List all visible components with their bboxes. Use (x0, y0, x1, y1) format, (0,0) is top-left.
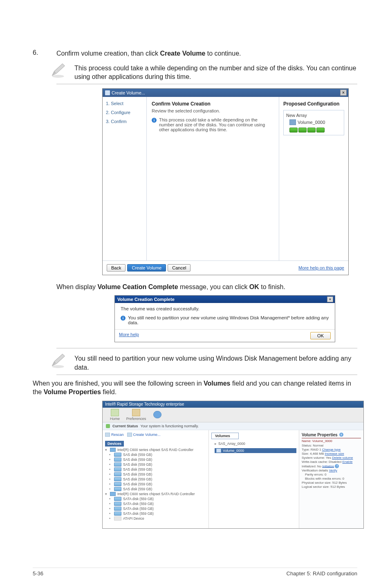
proposed-config-panel: Proposed Configuration New Array Volume_… (279, 97, 348, 260)
dialog-titlebar[interactable]: Create Volume... × (103, 89, 348, 97)
bt1-b2: OK (249, 283, 259, 290)
body-text-1: When display Volume Ceation Complete mes… (56, 283, 357, 292)
tree-controller2[interactable]: ▾Intel(R) C600 series chipset SATA RAID … (105, 491, 206, 496)
cancel-button[interactable]: Cancel (168, 264, 191, 272)
disk-icon (114, 487, 121, 491)
disk-label: SAS disk (559 GB) (123, 487, 152, 491)
dialog2-title-text: Volume Creation Complete (117, 297, 327, 302)
tree-sas-disk[interactable]: •SAS disk (559 GB) (109, 477, 206, 482)
tree-sas-disk[interactable]: •SAS disk (559 GB) (109, 457, 206, 462)
initialize-link[interactable]: Initialize (322, 464, 334, 468)
device-tree: ▾Intel(R) C600 series chipset SAS RAID C… (105, 447, 206, 521)
disk-icon (114, 507, 121, 511)
controller2-label: Intel(R) C600 series chipset SATA RAID C… (117, 492, 195, 496)
irst-window-wrap: Intel® Rapid Storage Technology enterpri… (102, 401, 364, 529)
volume-array-item[interactable]: ▸SAS_Array_0000 (215, 442, 296, 446)
more-help-link[interactable]: More help on this page (298, 265, 344, 270)
prop-init: Initialized: No Initialize ? (302, 464, 361, 468)
note-row-2: You still need to partition your new vol… (49, 352, 357, 372)
volume-item-selected[interactable]: Volume_0000 (215, 448, 296, 453)
confirm-subtext: Review the selected configuration. (152, 108, 274, 113)
confirm-heading: Confirm Volume Creation (152, 101, 274, 107)
volume-complete-dialog: Volume Creation Complete × The volume wa… (114, 295, 335, 342)
irst-left-actions: Rescan Create Volume... (105, 433, 206, 437)
tree-sata-disk[interactable]: •SATA disk (559 GB) (109, 496, 206, 501)
disk-label: SAS disk (559 GB) (123, 467, 152, 471)
help-icon[interactable]: ? (339, 433, 343, 437)
bt2-p1: When you are finished, you will see the … (33, 380, 204, 387)
ok-button[interactable]: OK (310, 332, 331, 339)
wizard-sidebar: 1. Select 2. Configure 3. Confirm (103, 97, 147, 260)
increase-size-link[interactable]: Increase size (325, 452, 344, 456)
back-button[interactable]: Back (107, 264, 126, 272)
volume-icon (216, 449, 221, 453)
help-icon[interactable]: ? (335, 464, 339, 468)
tree-sas-disk[interactable]: •SAS disk (559 GB) (109, 472, 206, 477)
status-text: Your system is functioning normally. (141, 424, 199, 428)
divider (56, 84, 357, 84)
create-volume-button[interactable]: Create Volume (127, 264, 166, 272)
dialog2-body: The volume was created successfully. i Y… (115, 303, 335, 329)
more-help-link[interactable]: More help (119, 332, 139, 339)
controller-icon (110, 492, 116, 496)
bt2-b1: Volumes (204, 380, 231, 387)
dialog-info-text: This process could take a while dependin… (159, 117, 274, 132)
enable-cache-link[interactable]: Enable (342, 460, 352, 464)
tree-sata-disk[interactable]: •SATA disk (559 GB) (109, 511, 206, 516)
prop-wcache-pre: Write-back cache: Disabled (302, 460, 342, 464)
irst-titlebar[interactable]: Intel® Rapid Storage Technology enterpri… (103, 401, 363, 408)
step-number: 6. (33, 49, 56, 58)
dialog2-titlebar[interactable]: Volume Creation Complete × (115, 296, 335, 303)
wizard-step-confirm[interactable]: 3. Confirm (106, 119, 143, 124)
disk-icon (114, 502, 121, 506)
tree-sas-disk[interactable]: •SAS disk (559 GB) (109, 462, 206, 467)
step-text: Confirm volume creation, than click Crea… (56, 49, 241, 58)
verify-link[interactable]: Verify (329, 469, 337, 472)
disk-label: SAS disk (559 GB) (123, 453, 152, 457)
rescan-link[interactable]: Rescan (105, 433, 124, 437)
dialog2-info-text: You still need to partition your new vol… (128, 315, 329, 325)
proposed-config-heading: Proposed Configuration (283, 101, 344, 107)
bt1-p3: to finish. (259, 283, 285, 290)
prop-sysvol: System volume: Yes Delete volume (302, 456, 361, 460)
wizard-step-select[interactable]: 1. Select (106, 101, 143, 106)
dialog2-info: i You still need to partition your new v… (121, 315, 329, 325)
disk-label: SATA disk (559 GB) (123, 497, 154, 501)
tree-sas-disk[interactable]: •SAS disk (559 GB) (109, 452, 206, 457)
disk-icon (114, 512, 121, 516)
tree-sata-disk[interactable]: •SATA disk (559 GB) (109, 506, 206, 511)
preferences-icon (132, 409, 140, 416)
close-icon[interactable]: × (340, 90, 347, 96)
disk-icon (114, 472, 121, 476)
note1-text: This process could take a while dependin… (74, 62, 357, 81)
tree-controller1[interactable]: ▾Intel(R) C600 series chipset SAS RAID C… (105, 447, 206, 452)
chapter-title: Chapter 5: RAID configuration (287, 570, 357, 577)
disk-label: SAS disk (559 GB) (123, 472, 152, 476)
disk-icon (114, 482, 121, 486)
toolbar-help-button[interactable] (148, 411, 166, 419)
bt1-p1: When display (56, 283, 98, 290)
create-volume-link[interactable]: Create Volume... (127, 433, 161, 437)
close-icon[interactable]: × (327, 296, 333, 302)
svg-point-0 (52, 75, 64, 78)
tree-sas-disk[interactable]: •SAS disk (559 GB) (109, 467, 206, 472)
controller1-label: Intel(R) C600 series chipset SAS RAID Co… (117, 448, 193, 452)
pencil-icon (49, 62, 67, 80)
toolbar-prefs-button[interactable]: Preferences (127, 409, 145, 421)
prop-wcache: Write-back cache: Disabled Enable (302, 460, 361, 464)
tree-atapi[interactable]: •ATAPI Device (109, 516, 206, 521)
toolbar-home-button[interactable]: Home (106, 409, 124, 421)
page-number: 5-36 (33, 570, 43, 577)
prop-verif-pre: Verification details (302, 469, 329, 472)
tree-sata-disk[interactable]: •SATA disk (559 GB) (109, 501, 206, 506)
delete-volume-link[interactable]: Delete volume (332, 456, 353, 460)
tree-sas-disk[interactable]: •SAS disk (559 GB) (109, 487, 206, 491)
tree-sas-disk[interactable]: •SAS disk (559 GB) (109, 482, 206, 487)
svg-point-3 (52, 365, 64, 368)
volume-name: Volume_0000 (298, 120, 325, 125)
dialog2-success-text: The volume was created successfully. (121, 306, 329, 311)
prop-type-pre: Type: RAID 1 (302, 448, 322, 451)
wizard-step-configure[interactable]: 2. Configure (106, 110, 143, 115)
irst-toolbar: Home Preferences (103, 408, 363, 422)
change-type-link[interactable]: Change type (322, 448, 341, 451)
